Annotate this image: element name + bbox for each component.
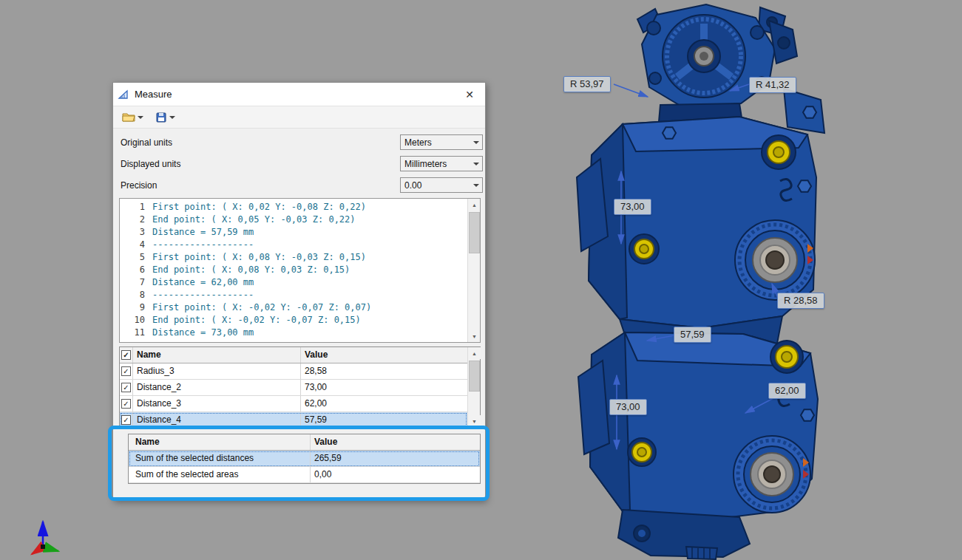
summary-name: Sum of the selected areas [129,467,311,482]
log-line: 11Distance = 73,00 mm [120,327,467,339]
open-dropdown-caret[interactable] [138,116,143,119]
checkbox-cell: ✓ [120,363,133,379]
column-header-name[interactable]: Name [129,434,311,450]
line-number: 9 [120,301,145,314]
measure-name: Distance_4 [133,412,301,428]
plug-lower-left[interactable] [628,438,656,466]
precision-select[interactable]: 0.00 [400,177,483,193]
line-text: End point: ( X: 0,08 Y: 0,03 Z: 0,15) [152,264,350,276]
log-line: 1First point: ( X: 0,02 Y: -0,08 Z: 0,22… [120,201,467,214]
original-units-label: Original units [121,137,172,148]
bearing-boss-upper[interactable] [735,220,815,300]
line-text: Distance = 57,59 mm [152,226,254,239]
measure-value: 57,59 [301,412,467,428]
log-line: 7Distance = 62,00 mm [120,276,467,289]
measure-icon [118,89,129,100]
plug-lower-right[interactable] [770,341,803,373]
results-table-body: ✓ Name Value ✓ Radius_3 28,58 ✓ Distance… [120,347,467,428]
row-checkbox[interactable]: ✓ [121,399,131,409]
checkbox-cell: ✓ [120,396,133,412]
line-text: Distance = 73,00 mm [152,327,254,339]
table-row-distance-2[interactable]: ✓ Distance_2 73,00 [120,380,467,396]
log-line: 2End point: ( X: 0,05 Y: -0,03 Z: 0,22) [120,214,467,226]
dialog-toolbar [113,106,485,129]
displayed-units-value: Millimeters [401,159,470,169]
measurement-log[interactable]: 1First point: ( X: 0,02 Y: -0,08 Z: 0,22… [119,198,481,343]
line-number: 5 [120,251,145,264]
measure-name: Radius_3 [133,363,301,379]
scroll-down-icon[interactable]: ▼ [468,415,481,427]
line-text: First point: ( X: -0,02 Y: -0,07 Z: 0,07… [152,301,371,314]
scroll-up-icon[interactable]: ▲ [468,199,481,211]
form-row-precision: Precision 0.00 [113,174,485,196]
scroll-up-icon[interactable]: ▲ [468,347,481,359]
line-text: First point: ( X: 0,08 Y: -0,03 Z: 0,15) [152,251,366,264]
form-row-displayed-units: Displayed units Millimeters [113,153,485,174]
displayed-units-select[interactable]: Millimeters [400,156,483,171]
measure-value: 73,00 [301,380,467,395]
bottom-flange[interactable] [618,510,750,559]
line-number: 2 [120,214,145,226]
log-scrollbar[interactable]: ▲ ▼ [467,199,480,342]
results-scroll-thumb[interactable] [469,361,480,392]
column-header-value[interactable]: Value [311,434,480,450]
log-line: 4------------------- [120,239,467,251]
dimension-callout-radius-53-97[interactable]: R 53,97 [563,76,611,92]
results-scrollbar[interactable]: ▲ ▼ [467,347,480,427]
line-text: Distance = 62,00 mm [152,276,254,289]
close-button[interactable]: ✕ [458,89,481,100]
dimension-callout-radius-41-32[interactable]: R 41,32 [749,77,796,93]
column-header-name[interactable]: Name [133,347,301,363]
bearing-boss-lower[interactable] [734,436,810,513]
save-button[interactable] [155,112,175,123]
select-all-checkbox[interactable]: ✓ [121,350,131,360]
original-units-select[interactable]: Meters [400,134,483,150]
summary-value: 0,00 [311,467,480,482]
summary-row-distances[interactable]: Sum of the selected distances 265,59 [129,451,480,467]
open-button[interactable] [122,112,143,123]
row-checkbox[interactable]: ✓ [121,383,131,392]
plug-upper-right[interactable] [762,135,796,169]
row-checkbox[interactable]: ✓ [121,415,131,425]
row-checkbox[interactable]: ✓ [121,366,131,376]
table-row-distance-4[interactable]: ✓ Distance_4 57,59 [120,412,467,428]
line-number: 10 [120,314,145,327]
displayed-units-label: Displayed units [121,159,180,169]
summary-value: 265,59 [311,451,480,466]
save-icon [155,112,167,123]
dimension-callout-73-00-upper[interactable]: 73,00 [614,199,651,215]
measure-dialog: Measure ✕ Original units [112,82,486,500]
line-number: 7 [120,276,145,289]
orientation-triad-icon [32,522,58,554]
summary-table: Name Value Sum of the selected distances… [128,434,481,484]
log-line: 3Distance = 57,59 mm [120,226,467,239]
application-viewport: R 53,97 R 41,32 73,00 R 28,58 57,59 62,0… [0,0,962,560]
dimension-callout-57-59[interactable]: 57,59 [674,327,711,343]
dimension-callout-73-00-lower[interactable]: 73,00 [609,399,647,415]
line-text: End point: ( X: -0,02 Y: -0,07 Z: 0,15) [152,314,361,327]
summary-row-areas[interactable]: Sum of the selected areas 0,00 [129,467,480,483]
log-line: 9First point: ( X: -0,02 Y: -0,07 Z: 0,0… [120,301,467,314]
form-row-original-units: Original units Meters [113,132,485,153]
column-header-value[interactable]: Value [301,347,467,363]
chevron-down-icon[interactable] [470,135,482,149]
select-all-checkbox-cell: ✓ [120,347,133,363]
dimension-callout-radius-28-58[interactable]: R 28,58 [777,293,824,309]
dimension-callout-62-00[interactable]: 62,00 [768,383,806,399]
open-folder-icon [122,112,135,123]
measure-name: Distance_2 [133,380,301,395]
scroll-down-icon[interactable]: ▼ [468,330,481,342]
table-row-radius-3[interactable]: ✓ Radius_3 28,58 [120,363,467,380]
save-dropdown-caret[interactable] [169,116,175,119]
chevron-down-icon[interactable] [470,178,482,192]
log-line: 8------------------- [120,289,467,301]
line-number: 6 [120,264,145,276]
chevron-down-icon[interactable] [470,157,482,171]
dialog-titlebar[interactable]: Measure ✕ [113,83,485,106]
log-scroll-thumb[interactable] [469,212,480,253]
table-row-distance-3[interactable]: ✓ Distance_3 62,00 [120,396,467,412]
log-line: 10End point: ( X: -0,02 Y: -0,07 Z: 0,15… [120,314,467,327]
measure-value: 28,58 [301,363,467,379]
precision-value: 0.00 [401,180,470,191]
plug-upper-left[interactable] [629,234,659,264]
